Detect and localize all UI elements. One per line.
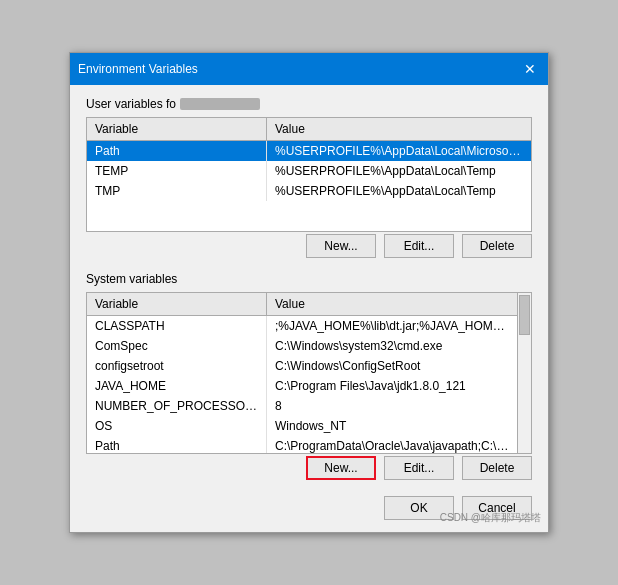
system-col-variable: Variable (87, 293, 267, 315)
system-col-value: Value (267, 293, 517, 315)
table-row[interactable]: PathC:\ProgramData\Oracle\Java\javapath;… (87, 436, 517, 453)
table-row[interactable]: CLASSPATH;%JAVA_HOME%\lib\dt.jar;%JAVA_H… (87, 316, 517, 336)
table-row[interactable]: TEMP%USERPROFILE%\AppData\Local\Temp (87, 161, 531, 181)
cell-value: ;%JAVA_HOME%\lib\dt.jar;%JAVA_HOME%\lib\… (267, 316, 517, 336)
cell-variable: configsetroot (87, 356, 267, 376)
table-row[interactable]: ComSpecC:\Windows\system32\cmd.exe (87, 336, 517, 356)
scrollbar-track[interactable] (517, 293, 531, 453)
dialog-body: User variables fo Variable Value Path%US… (70, 85, 548, 492)
system-table-body: CLASSPATH;%JAVA_HOME%\lib\dt.jar;%JAVA_H… (87, 316, 517, 453)
user-section-label: User variables fo (86, 97, 176, 111)
cell-variable: TMP (87, 181, 267, 201)
user-col-variable: Variable (87, 118, 267, 140)
environment-variables-dialog: Environment Variables ✕ User variables f… (69, 52, 549, 533)
cell-variable: Path (87, 436, 267, 453)
user-variables-section: User variables fo Variable Value Path%US… (86, 97, 532, 258)
table-row[interactable]: configsetrootC:\Windows\ConfigSetRoot (87, 356, 517, 376)
scrollbar-thumb[interactable] (519, 295, 530, 335)
cell-variable: TEMP (87, 161, 267, 181)
system-variables-table[interactable]: Variable Value CLASSPATH;%JAVA_HOME%\lib… (87, 293, 517, 453)
user-edit-button[interactable]: Edit... (384, 234, 454, 258)
user-section-title: User variables fo (86, 97, 532, 111)
cell-variable: NUMBER_OF_PROCESSORS (87, 396, 267, 416)
ok-button[interactable]: OK (384, 496, 454, 520)
cell-value: Windows_NT (267, 416, 517, 436)
close-button[interactable]: ✕ (520, 59, 540, 79)
user-btn-row: New... Edit... Delete (86, 234, 532, 258)
table-row[interactable]: JAVA_HOMEC:\Program Files\Java\jdk1.8.0_… (87, 376, 517, 396)
user-col-value: Value (267, 118, 531, 140)
system-new-button[interactable]: New... (306, 456, 376, 480)
cell-variable: Path (87, 141, 267, 161)
system-variables-section: System variables Variable Value CLASSPAT… (86, 272, 532, 480)
system-edit-button[interactable]: Edit... (384, 456, 454, 480)
cell-value: C:\Windows\ConfigSetRoot (267, 356, 517, 376)
table-row[interactable]: OSWindows_NT (87, 416, 517, 436)
footer-row: OK Cancel (70, 492, 548, 532)
system-table-header: Variable Value (87, 293, 517, 316)
user-variables-table: Variable Value Path%USERPROFILE%\AppData… (86, 117, 532, 232)
system-btn-row: New... Edit... Delete (86, 456, 532, 480)
user-table-header: Variable Value (87, 118, 531, 141)
system-delete-button[interactable]: Delete (462, 456, 532, 480)
cell-value: %USERPROFILE%\AppData\Local\Temp (267, 161, 531, 181)
cell-value: %USERPROFILE%\AppData\Local\Microsoft\Wi… (267, 141, 531, 161)
cell-value: C:\Program Files\Java\jdk1.8.0_121 (267, 376, 517, 396)
cell-variable: JAVA_HOME (87, 376, 267, 396)
cell-value: 8 (267, 396, 517, 416)
cell-value: %USERPROFILE%\AppData\Local\Temp (267, 181, 531, 201)
user-table-body: Path%USERPROFILE%\AppData\Local\Microsof… (87, 141, 531, 231)
system-variables-table-wrapper: Variable Value CLASSPATH;%JAVA_HOME%\lib… (86, 292, 532, 454)
table-row[interactable]: TMP%USERPROFILE%\AppData\Local\Temp (87, 181, 531, 201)
user-delete-button[interactable]: Delete (462, 234, 532, 258)
cell-variable: CLASSPATH (87, 316, 267, 336)
table-row[interactable]: NUMBER_OF_PROCESSORS8 (87, 396, 517, 416)
cell-value: C:\Windows\system32\cmd.exe (267, 336, 517, 356)
user-new-button[interactable]: New... (306, 234, 376, 258)
cancel-button[interactable]: Cancel (462, 496, 532, 520)
cell-value: C:\ProgramData\Oracle\Java\javapath;C:\P… (267, 436, 517, 453)
system-section-label: System variables (86, 272, 532, 286)
title-bar: Environment Variables ✕ (70, 53, 548, 85)
dialog-title: Environment Variables (78, 62, 198, 76)
cell-variable: OS (87, 416, 267, 436)
cell-variable: ComSpec (87, 336, 267, 356)
table-row[interactable]: Path%USERPROFILE%\AppData\Local\Microsof… (87, 141, 531, 161)
username-masked (180, 98, 260, 110)
